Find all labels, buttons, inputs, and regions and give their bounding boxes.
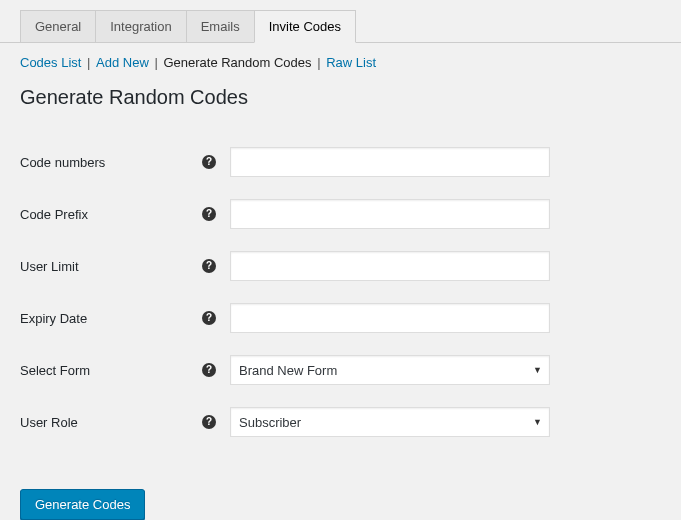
subnav-generate-random: Generate Random Codes <box>163 55 311 70</box>
select-user-role[interactable]: Subscriber <box>230 407 550 437</box>
subnav: Codes List | Add New | Generate Random C… <box>0 43 681 78</box>
tab-general[interactable]: General <box>20 10 96 42</box>
tab-invite-codes[interactable]: Invite Codes <box>254 10 356 43</box>
row-select-form: Select Form ? Brand New Form <box>20 355 661 385</box>
form: Code numbers ? Code Prefix ? User Limit … <box>0 115 681 469</box>
subnav-sep: | <box>87 55 94 70</box>
input-expiry-date[interactable] <box>230 303 550 333</box>
subnav-sep: | <box>317 55 324 70</box>
tab-integration[interactable]: Integration <box>95 10 186 42</box>
input-user-limit[interactable] <box>230 251 550 281</box>
subnav-raw-list[interactable]: Raw List <box>326 55 376 70</box>
top-tabs: General Integration Emails Invite Codes <box>0 0 681 43</box>
label-code-numbers: Code numbers <box>20 155 105 170</box>
subnav-add-new[interactable]: Add New <box>96 55 149 70</box>
tab-emails[interactable]: Emails <box>186 10 255 42</box>
subnav-sep: | <box>154 55 161 70</box>
help-icon[interactable]: ? <box>202 207 216 221</box>
label-select-form: Select Form <box>20 363 90 378</box>
input-code-numbers[interactable] <box>230 147 550 177</box>
row-code-prefix: Code Prefix ? <box>20 199 661 229</box>
help-icon[interactable]: ? <box>202 155 216 169</box>
row-code-numbers: Code numbers ? <box>20 147 661 177</box>
label-code-prefix: Code Prefix <box>20 207 88 222</box>
help-icon[interactable]: ? <box>202 363 216 377</box>
label-expiry-date: Expiry Date <box>20 311 87 326</box>
label-user-role: User Role <box>20 415 78 430</box>
row-user-limit: User Limit ? <box>20 251 661 281</box>
help-icon[interactable]: ? <box>202 259 216 273</box>
select-form[interactable]: Brand New Form <box>230 355 550 385</box>
subnav-codes-list[interactable]: Codes List <box>20 55 81 70</box>
page-title: Generate Random Codes <box>0 78 681 115</box>
row-user-role: User Role ? Subscriber <box>20 407 661 437</box>
label-user-limit: User Limit <box>20 259 79 274</box>
input-code-prefix[interactable] <box>230 199 550 229</box>
row-expiry-date: Expiry Date ? <box>20 303 661 333</box>
generate-codes-button[interactable]: Generate Codes <box>20 489 145 520</box>
help-icon[interactable]: ? <box>202 415 216 429</box>
help-icon[interactable]: ? <box>202 311 216 325</box>
